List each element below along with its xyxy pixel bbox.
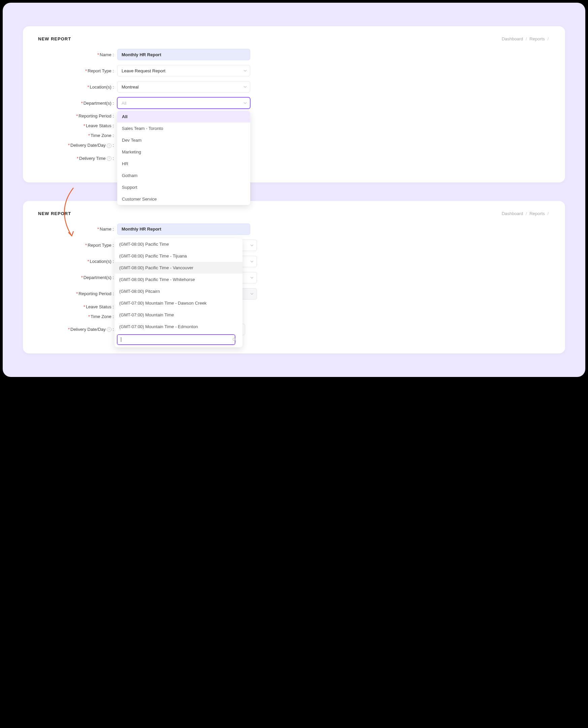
page-title: NEW REPORT [38,36,71,41]
departments-dropdown: All Sales Team - Toronto Dev Team Market… [117,111,250,205]
timezone-search-input[interactable] [117,334,235,345]
svg-line-1 [235,340,236,341]
dropdown-option[interactable]: HR [117,158,250,170]
name-input[interactable]: Monthly HR Report [117,223,250,235]
chevron-down-icon [250,276,254,279]
dropdown-option[interactable]: (GMT-08:00) Pitcairn [114,285,243,297]
breadcrumb-reports[interactable]: Reports [529,211,545,216]
dropdown-option[interactable]: (GMT-07:00) Mountain Time [114,309,243,321]
dropdown-option[interactable]: (GMT-07:00) Mountain Time - Dawson Creek [114,297,243,309]
departments-select[interactable]: All [117,97,250,109]
report-type-select[interactable]: Leave Request Report [117,65,250,76]
breadcrumb-dashboard[interactable]: Dashboard [502,36,523,41]
chevron-down-icon [244,101,247,105]
help-icon[interactable]: ? [107,156,111,161]
dropdown-option[interactable]: (GMT-08:00) Pacific Time - Vancouver [114,262,243,273]
chevron-down-icon [244,69,247,72]
dropdown-option[interactable]: Sales Team - Toronto [117,123,250,134]
dropdown-option[interactable]: Gotham [117,170,250,181]
dropdown-option[interactable]: Marketing [117,146,250,158]
dropdown-option[interactable]: (GMT-07:00) Mountain Time - Edmonton [114,321,243,333]
dropdown-option[interactable]: Customer Service [117,193,250,205]
dropdown-option[interactable]: Support [117,181,250,193]
locations-select[interactable]: Montreal [117,81,250,92]
breadcrumb: Dashboard / Reports / [502,36,550,41]
chevron-down-icon [250,292,254,295]
name-input[interactable]: Monthly HR Report [117,49,250,60]
chevron-down-icon [250,244,254,247]
help-icon[interactable]: ? [107,144,111,148]
dropdown-option[interactable]: (GMT-08:00) Pacific Time - Whitehorse [114,273,243,285]
breadcrumb-reports[interactable]: Reports [529,36,545,41]
svg-point-0 [233,338,235,340]
dropdown-option[interactable]: Dev Team [117,134,250,146]
chevron-down-icon [250,260,254,263]
breadcrumb-dashboard[interactable]: Dashboard [502,211,523,216]
flow-arrow-icon [55,186,82,240]
timezone-dropdown: (GMT-08:00) Pacific Time (GMT-08:00) Pac… [114,238,243,347]
new-report-card-2: NEW REPORT Dashboard / Reports / *Name :… [23,201,565,353]
new-report-card-1: NEW REPORT Dashboard / Reports / *Name :… [23,26,565,182]
search-icon [232,337,236,341]
breadcrumb: Dashboard / Reports / [502,211,550,216]
dropdown-option[interactable]: (GMT-08:00) Pacific Time [114,238,243,250]
chevron-down-icon [244,85,247,89]
dropdown-option[interactable]: (GMT-08:00) Pacific Time - Tijuana [114,250,243,262]
help-icon[interactable]: ? [107,327,111,332]
dropdown-option[interactable]: All [117,111,250,123]
